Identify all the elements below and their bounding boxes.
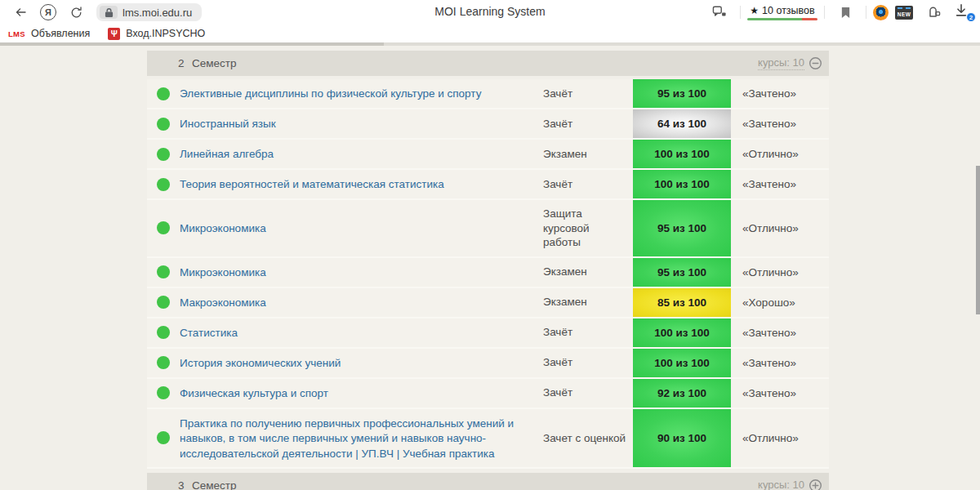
semester-number: 3	[178, 479, 192, 490]
lms-page: 2 Семестр курсы: 10 Элективные дисциплин…	[0, 46, 980, 490]
score-badge: 92 из 100	[633, 379, 731, 408]
grade-text: «Отлично»	[731, 222, 829, 234]
course-link[interactable]: Микроэкономика	[180, 266, 266, 278]
course-row: Физическая культура и спорт Зачёт 92 из …	[147, 379, 829, 409]
lock-icon	[100, 6, 118, 19]
divider	[866, 6, 866, 19]
course-row: Микроэкономика Защита курсовой работы 95…	[147, 200, 829, 258]
semester-title: Семестр	[192, 57, 237, 69]
status-dot-icon	[157, 178, 170, 191]
assessment-type: Экзамен	[543, 258, 633, 286]
score-badge: 100 из 100	[633, 318, 731, 347]
vertical-scrollbar[interactable]	[976, 166, 980, 314]
course-row: Практика по получению первичных професси…	[147, 409, 829, 470]
course-link[interactable]: Микроэкономика	[180, 222, 266, 234]
yandex-logo-icon: Я	[40, 4, 56, 20]
yandex-home-button[interactable]: Я	[37, 2, 60, 22]
course-row: Статистика Зачёт 100 из 100 «Зачтено»	[147, 318, 829, 349]
toolbar-right-icons: ★ 10 отзывов NEW 2	[706, 2, 973, 22]
course-link[interactable]: Линейная алгебра	[180, 148, 274, 160]
bookmark-item-inpsycho[interactable]: Ψ Вход.INPSYCHO	[108, 28, 205, 40]
course-row: Линейная алгебра Экзамен 100 из 100 «Отл…	[147, 140, 829, 170]
grade-text: «Зачтено»	[731, 327, 829, 339]
course-row: Элективные дисциплины по физической куль…	[147, 79, 829, 109]
refresh-icon	[69, 6, 83, 20]
course-link[interactable]: Элективные дисциплины по физической куль…	[180, 87, 481, 100]
refresh-button[interactable]	[65, 2, 87, 22]
extension-browser-icon[interactable]	[873, 5, 889, 20]
course-row: Микроэкономика Экзамен 95 из 100 «Отличн…	[147, 258, 829, 288]
course-row: История экономических учений Зачёт 100 и…	[147, 349, 829, 379]
grade-text: «Зачтено»	[731, 178, 829, 190]
bookmark-item-announcements[interactable]: LMS Объявления	[8, 28, 90, 39]
browser-toolbar: Я lms.moi.edu.ru MOI Learning System ★ 1…	[0, 0, 980, 24]
grade-text: «Отлично»	[731, 148, 829, 160]
lms-favicon: LMS	[8, 29, 25, 38]
courses-count-link[interactable]: курсы: 10	[758, 479, 804, 490]
course-link[interactable]: Иностранный язык	[180, 118, 276, 130]
course-link[interactable]: История экономических учений	[180, 357, 341, 369]
assessment-type: Зачёт	[543, 318, 633, 346]
inpsycho-favicon: Ψ	[108, 28, 120, 40]
status-dot-icon	[157, 326, 170, 339]
course-link[interactable]: Статистика	[180, 327, 238, 339]
semester-title: Семестр	[192, 479, 237, 490]
url-text: lms.moi.edu.ru	[122, 7, 192, 19]
extensions-panel-button[interactable]	[922, 2, 945, 22]
course-link[interactable]: Теория вероятностей и математическая ста…	[180, 178, 444, 190]
semester-header-2: 2 Семестр курсы: 10	[147, 51, 829, 76]
collapse-semester-button[interactable]	[808, 56, 822, 70]
score-badge: 100 из 100	[633, 170, 731, 198]
course-row: Макроэкономика Экзамен 85 из 100 «Хорошо…	[147, 288, 829, 318]
reviews-widget[interactable]: ★ 10 отзывов	[747, 5, 817, 20]
course-link[interactable]: Физическая культура и спорт	[180, 387, 328, 399]
expand-semester-button[interactable]	[808, 479, 822, 490]
status-dot-icon	[157, 356, 170, 369]
score-badge: 64 из 100	[633, 109, 731, 138]
semester-number: 2	[178, 57, 192, 69]
grade-text: «Отлично»	[731, 266, 829, 278]
reviews-count: 10 отзывов	[762, 5, 815, 16]
course-link[interactable]: Макроэкономика	[180, 296, 266, 309]
status-dot-icon	[157, 118, 170, 131]
minus-circle-icon	[808, 56, 822, 70]
status-dot-icon	[157, 431, 170, 444]
browser-chrome: Я lms.moi.edu.ru MOI Learning System ★ 1…	[0, 0, 980, 42]
score-badge: 85 из 100	[633, 288, 731, 317]
course-row: Иностранный язык Зачёт 64 из 100 «Зачтен…	[147, 109, 829, 140]
status-dot-icon	[157, 221, 170, 234]
grade-text: «Зачтено»	[731, 87, 829, 100]
downloads-button[interactable]: 2	[954, 3, 973, 21]
score-badge: 95 из 100	[633, 258, 731, 287]
star-icon: ★	[750, 6, 759, 16]
address-bar[interactable]: lms.moi.edu.ru	[96, 3, 202, 21]
feedback-button[interactable]	[708, 2, 731, 22]
score-badge: 95 из 100	[633, 79, 731, 108]
bookmarks-bar: LMS Объявления Ψ Вход.INPSYCHO	[0, 24, 980, 42]
semester-header-3: 3 Семестр курсы: 10	[147, 473, 829, 490]
status-dot-icon	[157, 296, 170, 309]
course-link[interactable]: Практика по получению первичных професси…	[180, 417, 514, 460]
assessment-type: Зачёт	[543, 349, 633, 376]
score-badge: 90 из 100	[633, 409, 731, 468]
back-button[interactable]	[9, 2, 32, 22]
grade-text: «Хорошо»	[731, 296, 829, 309]
grade-text: «Зачтено»	[731, 357, 829, 369]
status-dot-icon	[157, 148, 170, 161]
extension-new-icon[interactable]: NEW	[895, 6, 913, 20]
plus-circle-icon	[808, 479, 822, 490]
assessment-type: Экзамен	[543, 140, 633, 168]
assessment-type: Защита курсовой работы	[543, 200, 633, 256]
bookmark-button[interactable]	[834, 2, 857, 22]
feedback-icon	[712, 6, 727, 19]
score-badge: 100 из 100	[633, 140, 731, 168]
courses-count-link[interactable]: курсы: 10	[758, 56, 804, 70]
score-badge: 95 из 100	[633, 200, 731, 256]
divider	[740, 6, 741, 19]
status-dot-icon	[157, 265, 170, 278]
assessment-type: Зачет с оценкой	[543, 425, 633, 452]
grade-text: «Отлично»	[731, 432, 829, 444]
tabs-icon	[926, 6, 941, 20]
grades-table: 2 Семестр курсы: 10 Элективные дисциплин…	[147, 51, 829, 490]
assessment-type: Зачёт	[543, 379, 633, 407]
